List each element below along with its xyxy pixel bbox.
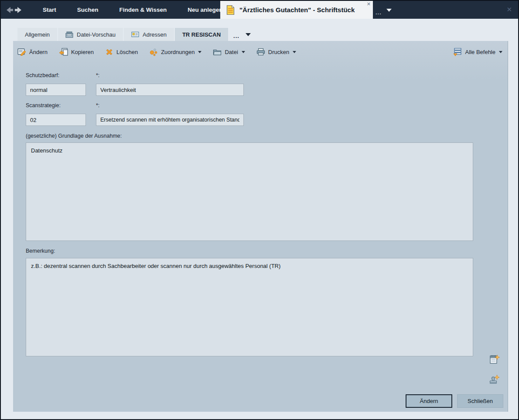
new-note-icon [488, 354, 500, 366]
delete-x-icon [105, 48, 113, 56]
schliessen-label: Schließen [468, 398, 493, 404]
back-forward-icon [5, 6, 24, 14]
kopieren-button[interactable]: Kopieren [59, 48, 94, 56]
scanstrategie-input[interactable] [26, 114, 86, 126]
new-note-button[interactable] [488, 354, 500, 367]
form-tab-strip: Allgemein Datei-Vorschau Adressen TR RES… [17, 28, 251, 41]
kopieren-label: Kopieren [71, 49, 94, 55]
document-tab-title: "Ärztliches Gutachten" - Schriftstück [239, 6, 355, 14]
new-stamp-icon [488, 374, 500, 386]
schliessen-button[interactable]: Schließen [457, 394, 503, 408]
tr-resiscan-panel: Ändern Kopieren Löschen [13, 41, 508, 412]
aendern-button[interactable]: Ändern [17, 48, 48, 56]
aendern-label: Ändern [29, 49, 48, 55]
schutzbedarf-detail-input[interactable] [96, 84, 244, 96]
tab-allgemein-label: Allgemein [25, 31, 50, 38]
tab-adressen-label: Adressen [143, 31, 167, 38]
datei-dropdown-icon [242, 51, 245, 53]
title-bar: Start Suchen Finden & Wissen Neu anlegen… [1, 1, 518, 19]
grundlage-textarea[interactable]: Datenschutz [26, 142, 473, 241]
action-toolbar: Ändern Kopieren Löschen [17, 46, 502, 58]
alle-befehle-button[interactable]: Alle Befehle [453, 47, 502, 56]
tabstrip-dropdown-icon[interactable] [246, 33, 251, 36]
datei-button[interactable]: Datei [213, 48, 245, 56]
drucken-dropdown-icon [293, 51, 296, 53]
zuordnungen-dropdown-icon [198, 51, 201, 53]
tab-overflow-label[interactable]: ... [376, 10, 382, 15]
aendern-footer-label: Ändern [420, 398, 438, 404]
document-tab[interactable]: "Ärztliches Gutachten" - Schriftstück ✕ [220, 1, 373, 19]
tab-datei-vorschau[interactable]: Datei-Vorschau [58, 28, 123, 41]
document-icon [226, 5, 235, 15]
menu-item-start[interactable]: Start [32, 1, 67, 19]
all-commands-icon [453, 47, 462, 56]
edit-icon [17, 48, 26, 56]
tab-datei-vorschau-label: Datei-Vorschau [77, 31, 116, 38]
alle-befehle-dropdown-icon [499, 51, 502, 53]
tab-tr-resiscan[interactable]: TR RESISCAN [175, 28, 228, 41]
tab-allgemein[interactable]: Allgemein [17, 28, 57, 41]
drucken-label: Drucken [268, 49, 289, 55]
bemerkung-label: Bemerkung: [26, 248, 55, 254]
scanstrategie-detail-input[interactable] [96, 114, 244, 126]
application-window: Start Suchen Finden & Wissen Neu anlegen… [0, 0, 519, 420]
file-preview-icon [65, 31, 73, 38]
loeschen-button[interactable]: Löschen [105, 48, 138, 56]
window-close-icon[interactable]: ✕ [506, 6, 512, 13]
navigation-arrows[interactable] [5, 6, 24, 14]
tab-tr-resiscan-label: TR RESISCAN [182, 31, 221, 38]
menu-item-suchen[interactable]: Suchen [67, 1, 109, 19]
zuordnungen-label: Zuordnungen [161, 49, 195, 55]
copy-icon [59, 48, 68, 56]
printer-icon [256, 48, 265, 56]
assignments-icon [149, 48, 158, 56]
scanstrategie-detail-label: *: [96, 102, 99, 108]
drucken-button[interactable]: Drucken [256, 48, 296, 56]
aendern-footer-button[interactable]: Ändern [406, 394, 452, 408]
alle-befehle-label: Alle Befehle [465, 49, 495, 55]
schutzbedarf-detail-label: *: [96, 72, 99, 78]
main-menu: Start Suchen Finden & Wissen Neu anlegen [32, 1, 233, 19]
tabstrip-overflow-label[interactable]: ... [233, 34, 239, 38]
tab-list-dropdown-icon[interactable] [386, 9, 392, 12]
menu-item-finden-wissen[interactable]: Finden & Wissen [109, 1, 178, 19]
zuordnungen-button[interactable]: Zuordnungen [149, 48, 201, 56]
schutzbedarf-input[interactable] [26, 84, 86, 96]
tab-adressen[interactable]: Adressen [124, 28, 174, 41]
grundlage-label: (gesetzliche) Grundlage der Ausnahme: [26, 133, 122, 139]
document-tab-close-icon[interactable]: ✕ [367, 2, 371, 7]
scanstrategie-label: Scanstrategie: [26, 102, 61, 108]
folder-icon [213, 48, 222, 56]
address-card-icon [131, 31, 139, 37]
new-stamp-button[interactable] [488, 374, 500, 387]
schutzbedarf-label: Schutzbedarf: [26, 72, 59, 78]
loeschen-label: Löschen [116, 49, 138, 55]
bemerkung-textarea[interactable]: z.B.: dezentral scannen durch Sachbearbe… [26, 258, 473, 356]
datei-label: Datei [225, 49, 238, 55]
